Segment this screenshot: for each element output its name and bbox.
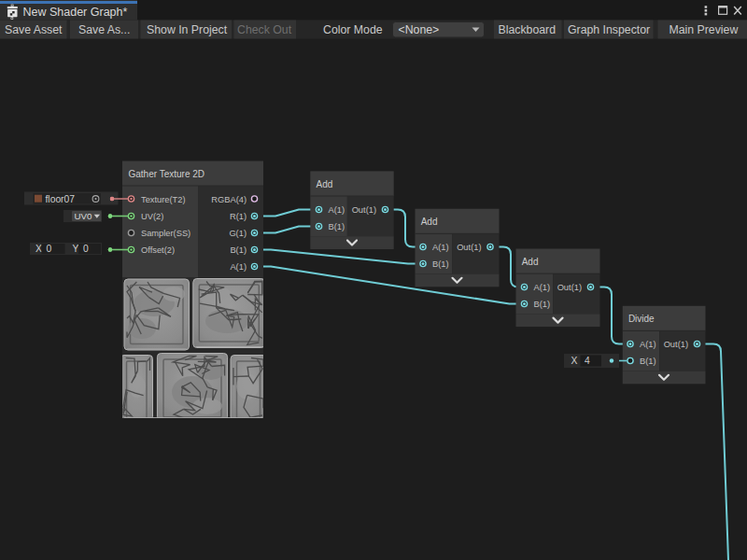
svg-text:<None>: <None>: [399, 23, 440, 36]
svg-text:0: 0: [47, 244, 52, 254]
svg-text:UV0: UV0: [75, 211, 93, 221]
svg-text:Out(1): Out(1): [457, 243, 481, 252]
svg-text:B(1): B(1): [230, 245, 247, 255]
svg-text:A(1): A(1): [534, 283, 551, 292]
svg-text:B(1): B(1): [329, 222, 345, 231]
svg-text:Divide: Divide: [628, 314, 655, 324]
svg-text:Gather Texture 2D: Gather Texture 2D: [129, 169, 205, 179]
svg-text:Add: Add: [317, 179, 333, 189]
svg-text:Out(1): Out(1): [352, 205, 376, 215]
svg-text:Graph Inspector: Graph Inspector: [568, 23, 650, 36]
svg-text:Show In Project: Show In Project: [147, 23, 228, 36]
svg-text:R(1): R(1): [230, 212, 247, 221]
svg-text:Y: Y: [73, 244, 79, 254]
svg-text:Check Out: Check Out: [237, 23, 292, 36]
svg-text:Out(1): Out(1): [557, 283, 582, 292]
svg-text:A(1): A(1): [329, 205, 345, 215]
svg-text:A(1): A(1): [432, 243, 449, 252]
svg-text:X: X: [571, 356, 578, 366]
svg-text:RGBA(4): RGBA(4): [211, 195, 247, 204]
svg-text:Sampler(SS): Sampler(SS): [141, 229, 190, 238]
svg-text:4: 4: [585, 356, 590, 366]
svg-text:Color Mode: Color Mode: [323, 23, 383, 36]
svg-text:Out(1): Out(1): [664, 340, 688, 349]
svg-text:Save Asset: Save Asset: [5, 23, 63, 36]
svg-text:Blackboard: Blackboard: [499, 23, 557, 36]
svg-text:floor07: floor07: [46, 194, 76, 204]
svg-text:A(1): A(1): [230, 262, 247, 272]
svg-text:Offset(2): Offset(2): [141, 245, 175, 255]
svg-text:Add: Add: [421, 217, 438, 227]
svg-text:UV(2): UV(2): [141, 212, 163, 221]
svg-text:Main Preview: Main Preview: [669, 23, 739, 36]
svg-text:0: 0: [83, 244, 89, 254]
svg-text:Add: Add: [522, 257, 539, 267]
svg-text:Save As...: Save As...: [78, 23, 130, 36]
svg-text:X: X: [35, 244, 42, 254]
svg-text:Texture(T2): Texture(T2): [141, 195, 186, 204]
svg-text:New Shader Graph*: New Shader Graph*: [23, 6, 128, 19]
svg-text:A(1): A(1): [640, 340, 656, 349]
svg-text:B(1): B(1): [640, 357, 656, 366]
svg-text:B(1): B(1): [534, 300, 551, 309]
svg-text:G(1): G(1): [229, 229, 247, 238]
svg-text:B(1): B(1): [432, 259, 449, 269]
